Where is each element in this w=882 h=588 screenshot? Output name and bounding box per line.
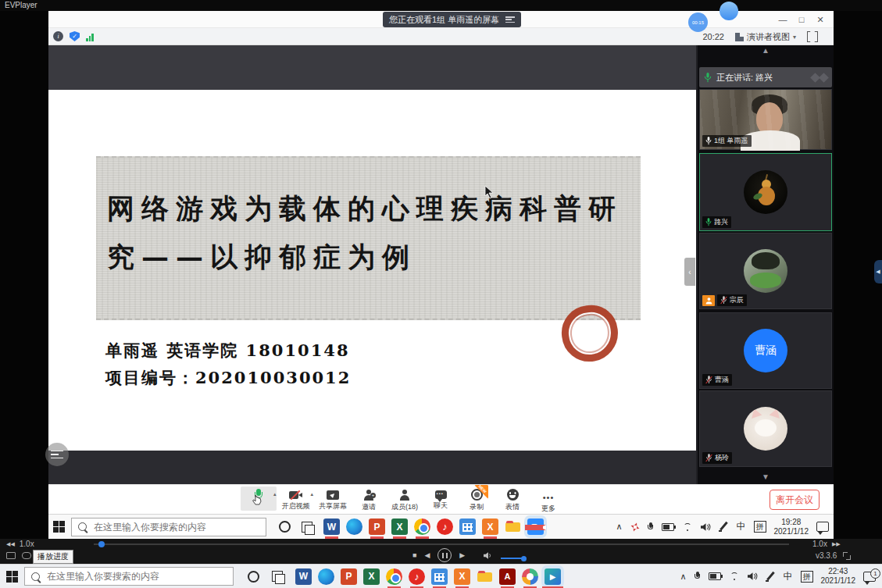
participant-tile[interactable]: 杨玲: [699, 390, 832, 467]
excel-icon[interactable]: X: [391, 519, 408, 535]
taskbar-search[interactable]: [71, 518, 266, 536]
meeting-info-icon[interactable]: i: [53, 31, 63, 41]
ime-language[interactable]: 中: [784, 570, 793, 583]
search-input[interactable]: [92, 521, 259, 533]
participant-tile[interactable]: 曹涵 曹涵: [699, 312, 832, 389]
view-mode-selector[interactable]: 演讲者视图 ▾: [735, 31, 796, 43]
netease-music-icon[interactable]: ♪: [437, 519, 453, 535]
share-screen-button[interactable]: 共享屏幕: [315, 486, 351, 511]
tray-chevron-icon[interactable]: ∧: [616, 522, 622, 532]
mic-options-caret[interactable]: ▴: [273, 491, 277, 497]
chrome-icon[interactable]: [414, 519, 430, 535]
tray-mic-icon[interactable]: [648, 522, 654, 532]
resize-icon[interactable]: [843, 552, 851, 560]
edge-icon[interactable]: [318, 568, 334, 585]
taskbar-search[interactable]: [24, 567, 234, 586]
scroll-down-arrow[interactable]: ▼: [698, 472, 834, 483]
emoji-button[interactable]: 表情: [495, 486, 530, 512]
tray-chevron-icon[interactable]: ∧: [680, 572, 686, 582]
pen-icon[interactable]: [719, 522, 729, 532]
video-options-caret[interactable]: ▴: [311, 491, 314, 497]
pause-button[interactable]: [437, 548, 452, 562]
members-button[interactable]: 成员(18): [387, 486, 423, 512]
floating-assistant-bubble[interactable]: [720, 2, 738, 20]
ime-mode[interactable]: 拼: [801, 571, 813, 583]
start-video-button[interactable]: 开启视频: [278, 486, 314, 511]
participant-tile[interactable]: 宗辰: [699, 233, 832, 309]
powerpoint-icon[interactable]: P: [341, 568, 357, 585]
previous-button[interactable]: ◀: [424, 551, 430, 559]
volume-icon[interactable]: [748, 572, 758, 581]
next-button[interactable]: ▶: [459, 551, 465, 559]
netease-music-icon[interactable]: ♪: [409, 568, 425, 585]
powerpoint-icon[interactable]: P: [369, 519, 385, 535]
participant-tile[interactable]: 路兴: [699, 153, 832, 231]
word-icon[interactable]: W: [295, 568, 312, 585]
participant-tile[interactable]: 1组 单雨遥: [699, 89, 832, 150]
chat-button[interactable]: 聊天: [423, 486, 459, 511]
task-view-button[interactable]: [272, 571, 283, 582]
cortana-button[interactable]: [279, 521, 291, 533]
action-center-icon[interactable]: [816, 522, 829, 532]
start-button[interactable]: [6, 571, 18, 583]
system-clock[interactable]: 22:43 2021/1/12: [821, 567, 856, 586]
tray-mic-icon[interactable]: [695, 572, 701, 581]
leave-meeting-button[interactable]: 离开会议: [770, 490, 820, 510]
word-icon[interactable]: W: [323, 519, 340, 535]
battery-icon[interactable]: [662, 523, 674, 531]
evplayer-taskbar-icon[interactable]: ▶: [545, 568, 561, 585]
cortana-button[interactable]: [248, 571, 259, 583]
sidebar-collapse-tab[interactable]: ‹: [684, 258, 695, 286]
volume-icon[interactable]: [701, 522, 711, 532]
task-view-button[interactable]: [302, 522, 312, 533]
edge-panel-toggle[interactable]: ◀: [874, 260, 882, 283]
file-explorer-icon[interactable]: [477, 568, 493, 585]
playlist-toggle-button[interactable]: [45, 443, 69, 466]
acrobat-icon[interactable]: A: [499, 568, 516, 585]
battery-icon[interactable]: [709, 572, 721, 580]
thunder-icon[interactable]: X: [482, 519, 498, 535]
pen-icon[interactable]: [766, 572, 776, 582]
network-signal-icon[interactable]: [86, 32, 94, 41]
wifi-icon[interactable]: [729, 572, 740, 580]
thunder-icon[interactable]: X: [454, 568, 470, 585]
volume-slider[interactable]: [501, 558, 524, 559]
wifi-icon[interactable]: [682, 523, 693, 531]
security-shield-icon[interactable]: ✓: [70, 31, 80, 41]
loop-mode-icon[interactable]: [6, 552, 16, 559]
minimize-button[interactable]: —: [773, 15, 792, 24]
speed-up-icon[interactable]: ▶▶: [832, 541, 841, 547]
shuffle-mode-icon[interactable]: [22, 552, 31, 559]
search-input[interactable]: [45, 570, 227, 583]
ime-mode[interactable]: 拼: [754, 521, 766, 533]
volume-icon[interactable]: [484, 551, 493, 560]
progress-handle[interactable]: [98, 541, 105, 547]
ime-language[interactable]: 中: [737, 520, 746, 533]
mute-button[interactable]: [241, 486, 277, 511]
floating-timer-bubble[interactable]: 00:15: [688, 12, 708, 32]
file-explorer-icon[interactable]: [505, 519, 521, 535]
invite-button[interactable]: + 邀请: [351, 486, 387, 512]
volume-handle[interactable]: [521, 556, 527, 561]
progress-slider[interactable]: [94, 543, 789, 545]
record-button[interactable]: NEW 录制: [459, 486, 495, 512]
close-button[interactable]: ✕: [811, 15, 830, 25]
speed-down-icon[interactable]: ◀◀: [6, 541, 15, 547]
start-button[interactable]: [53, 521, 65, 533]
calendar-icon[interactable]: [431, 568, 448, 585]
tencent-meeting-icon[interactable]: [527, 519, 544, 535]
excel-icon[interactable]: X: [363, 568, 380, 585]
action-center-icon[interactable]: 1: [863, 572, 876, 582]
system-clock[interactable]: 19:28 2021/1/12: [774, 518, 809, 536]
edge-icon[interactable]: [346, 519, 362, 535]
scroll-up-arrow[interactable]: ▲: [698, 45, 834, 56]
calendar-icon[interactable]: [459, 519, 476, 535]
restore-button[interactable]: □: [792, 15, 811, 24]
banner-menu-icon[interactable]: [505, 16, 515, 23]
fullscreen-icon[interactable]: [807, 31, 818, 42]
ev-capture-icon[interactable]: [522, 568, 538, 585]
more-button[interactable]: ••• 更多: [530, 486, 566, 514]
tray-app-icon[interactable]: [629, 521, 641, 533]
stop-button[interactable]: ■: [412, 551, 416, 559]
chrome-icon[interactable]: [386, 568, 402, 585]
